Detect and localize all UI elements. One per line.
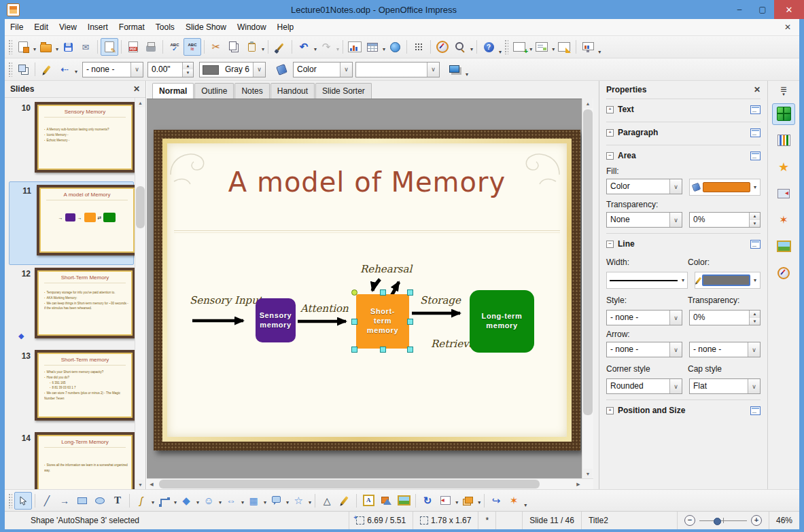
properties-tab[interactable] [772,103,795,125]
rectangle-tool-button[interactable] [73,492,91,510]
stars-button[interactable]: ☆ [290,492,307,510]
cut-button[interactable]: ✂ [207,38,225,56]
zoom-dropdown[interactable]: ▾ [470,46,473,52]
toolbar-overflow[interactable]: ▾ [499,49,502,55]
shadow-button[interactable] [447,60,464,78]
scrollbar-thumb[interactable] [159,480,540,489]
arrange-button[interactable] [459,492,476,510]
edit-file-button[interactable]: ✎ [101,38,118,56]
new-button[interactable] [14,38,32,56]
callouts-dropdown[interactable]: ▾ [286,499,289,506]
menu-slideshow[interactable]: Slide Show [180,20,232,35]
text-tool-button[interactable]: T [109,492,126,510]
workspace-vscrollbar[interactable]: ▲ ▼ [582,99,593,478]
rotate-button[interactable]: ↻ [419,492,436,510]
fill-type-select[interactable]: Color∨ [293,62,353,77]
chevron-icon[interactable]: ∨ [669,342,682,357]
close-document-icon[interactable]: ✕ [776,22,799,32]
curve-tool-button[interactable]: ʃ [133,492,150,510]
sidebar-menu-button[interactable]: ≡▾ [780,86,786,96]
collapse-icon[interactable]: − [606,241,614,248]
copy-button[interactable] [225,38,243,56]
toolbar-grip-3[interactable] [8,62,12,77]
clone-formatting-button[interactable] [271,38,289,56]
line-width-spinner[interactable]: 0.00"▲▼ [147,62,194,77]
chevron-icon[interactable]: ∨ [748,379,760,393]
insert-table-button[interactable] [364,38,381,56]
workspace-hscrollbar[interactable]: ◀ ▶ [147,478,593,489]
save-button[interactable] [59,38,77,56]
line-filling-overflow[interactable]: ▾ [466,71,468,77]
properties-close-icon[interactable]: ✕ [754,85,761,94]
fill-color-select[interactable]: ∨ [355,62,440,77]
interaction-button[interactable]: ↪ [487,492,505,510]
line-color-select[interactable]: Gray 6∨ [199,62,266,77]
slide-thumbnail-14[interactable]: 14 Long-Term Memory Stores all the infor… [5,429,135,489]
slide-design-button[interactable] [555,38,573,56]
navigator-tab[interactable] [772,262,795,284]
long-term-memory-box[interactable]: Long-term memory [470,290,534,353]
storage-label[interactable]: Storage [420,294,461,306]
down-icon[interactable]: ▼ [750,318,760,325]
slides-panel-scrollbar[interactable]: ▲ ▼ [135,98,145,489]
line-width-select[interactable]: ▾ [606,272,688,289]
animation-effects-button[interactable]: ✶ [505,492,523,510]
menu-file[interactable]: File [5,20,29,35]
export-pdf-button[interactable] [124,38,142,56]
new-slide-button[interactable] [510,38,528,56]
open-button[interactable] [37,38,54,56]
fill-color-chevron-icon[interactable]: ∨ [427,63,439,77]
selection-handle-mid-right[interactable] [407,319,413,325]
spelling-button[interactable]: ABC✓ [166,38,183,56]
selection-handle-top-left[interactable] [351,289,357,296]
menu-format[interactable]: Format [113,20,150,35]
effects-tab[interactable]: ✶ [772,209,795,231]
arrow-style-dropdown[interactable]: ▾ [75,69,77,75]
zoom-slider-thumb[interactable] [714,518,721,525]
menu-view[interactable]: View [54,20,82,35]
line-style-chevron-icon[interactable]: ∨ [130,63,143,77]
display-grid-button[interactable] [410,38,427,56]
minimize-button[interactable]: – [728,2,751,17]
connector-dropdown[interactable]: ▾ [174,499,177,506]
zoom-slider[interactable] [699,516,747,525]
toolbar-grip[interactable] [8,39,12,54]
connector-tool-button[interactable] [155,492,173,510]
line-tool-button[interactable]: ╱ [38,492,56,510]
close-button[interactable]: ✕ [774,0,804,19]
slide-canvas[interactable]: A model of Memory [154,130,580,450]
line-section-label[interactable]: Line [618,239,635,249]
paragraph-section-label[interactable]: Paragraph [618,128,658,137]
curve-dropdown[interactable]: ▾ [152,499,154,506]
line-color-chevron-icon[interactable]: ∨ [253,63,265,77]
scroll-down-icon[interactable]: ▼ [136,480,145,489]
new-slide-dropdown[interactable]: ▾ [529,46,532,52]
alignment-button[interactable] [436,492,454,510]
scroll-up-icon[interactable]: ▲ [583,99,593,108]
expand-icon[interactable]: + [606,129,614,137]
line-dialog-button[interactable] [38,60,56,78]
slide-layout-dropdown[interactable]: ▾ [552,46,555,52]
paragraph-dialog-launcher-icon[interactable] [750,128,761,137]
arrow-style-button[interactable]: ⇠ [56,60,73,78]
zoom-out-button[interactable]: − [684,515,695,526]
line-width-down-icon[interactable]: ▼ [183,69,193,77]
navigator-button[interactable] [434,38,451,56]
menu-edit[interactable]: Edit [29,20,54,35]
fontwork-button[interactable]: A [360,492,377,510]
flowchart-button[interactable]: ▦ [245,492,262,510]
slide-workspace[interactable]: A model of Memory [147,99,582,478]
line-dialog-launcher-icon[interactable] [750,240,761,249]
chevron-icon[interactable]: ∨ [669,379,682,393]
selection-handle-bottom-mid[interactable] [380,347,386,353]
gallery-tab[interactable] [772,236,795,258]
tab-notes[interactable]: Notes [234,83,269,99]
menu-help[interactable]: Help [272,20,300,35]
zoom-percentage[interactable]: 46% [769,512,799,529]
corner-style-select[interactable]: Rounded∨ [606,378,682,394]
basic-shapes-dropdown[interactable]: ▾ [196,499,199,506]
callouts-button[interactable] [267,492,285,510]
arrange-dropdown[interactable]: ▾ [478,499,480,506]
drawbar-overflow[interactable]: ▾ [524,502,527,508]
cap-style-select[interactable]: Flat∨ [689,378,761,394]
